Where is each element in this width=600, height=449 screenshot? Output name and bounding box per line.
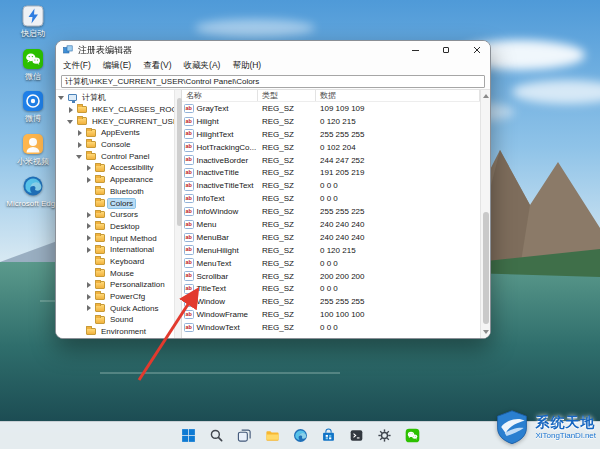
address-input[interactable]: 计算机\HKEY_CURRENT_USER\Control Panel\Colo… bbox=[61, 75, 485, 88]
value-data: 109 109 109 bbox=[316, 104, 480, 113]
menu-item[interactable]: 收藏夹(A) bbox=[184, 60, 221, 72]
chevron-spacer bbox=[85, 187, 92, 195]
chevron-down-icon[interactable] bbox=[76, 152, 83, 160]
tree-item-accessibility[interactable]: Accessibility bbox=[56, 162, 174, 174]
registry-value-row[interactable]: abInactiveTitleREG_SZ191 205 219 bbox=[182, 166, 480, 179]
chevron-right-icon[interactable] bbox=[85, 304, 92, 312]
column-header-type[interactable]: 类型 bbox=[258, 90, 316, 101]
value-name-cell: abGrayText bbox=[182, 104, 258, 114]
tree-item-control-panel[interactable]: Control Panel bbox=[56, 150, 174, 162]
tree-item-hkey-current-user[interactable]: HKEY_CURRENT_USER bbox=[56, 115, 174, 127]
chevron-right-icon[interactable] bbox=[85, 246, 92, 254]
menu-item[interactable]: 查看(V) bbox=[143, 60, 171, 72]
tree-item-international[interactable]: International bbox=[56, 244, 174, 256]
registry-value-row[interactable]: abWindowREG_SZ255 255 255 bbox=[182, 295, 480, 308]
tree-item-appearance[interactable]: Appearance bbox=[56, 174, 174, 186]
taskbar-file-explorer-icon[interactable] bbox=[261, 424, 284, 447]
tree-item-powercfg[interactable]: PowerCfg bbox=[56, 291, 174, 303]
tree-item-colors[interactable]: Colors bbox=[56, 197, 174, 209]
tree-item-input-method[interactable]: Input Method bbox=[56, 232, 174, 244]
chevron-right-icon[interactable] bbox=[85, 176, 92, 184]
terminal-icon bbox=[349, 428, 364, 443]
tree-scrollbar[interactable] bbox=[174, 90, 182, 338]
chevron-spacer bbox=[85, 269, 92, 277]
menu-item[interactable]: 编辑(E) bbox=[103, 60, 131, 72]
search-icon bbox=[209, 428, 224, 443]
registry-value-row[interactable]: abWindowTextREG_SZ0 0 0 bbox=[182, 321, 480, 334]
desktop-icon[interactable]: 快启动 bbox=[2, 5, 64, 39]
tree-item-personalization[interactable]: Personalization bbox=[56, 279, 174, 291]
taskbar-store-icon[interactable] bbox=[317, 424, 340, 447]
column-header-name[interactable]: 名称 bbox=[182, 90, 258, 101]
registry-value-row[interactable]: abMenuREG_SZ240 240 240 bbox=[182, 218, 480, 231]
registry-value-row[interactable]: abGrayTextREG_SZ109 109 109 bbox=[182, 102, 480, 115]
taskbar-search-icon[interactable] bbox=[205, 424, 228, 447]
reg-sz-icon: ab bbox=[184, 168, 194, 178]
list-scrollbar-thumb[interactable] bbox=[483, 212, 489, 324]
tree-item-appevents[interactable]: AppEvents bbox=[56, 127, 174, 139]
menu-item[interactable]: 帮助(H) bbox=[232, 60, 261, 72]
registry-value-row[interactable]: abMenuBarREG_SZ240 240 240 bbox=[182, 231, 480, 244]
registry-value-row[interactable]: abInactiveBorderREG_SZ244 247 252 bbox=[182, 154, 480, 167]
list-scrollbar[interactable] bbox=[480, 90, 490, 338]
registry-value-row[interactable]: abHilightREG_SZ0 120 215 bbox=[182, 115, 480, 128]
value-data: 0 120 215 bbox=[316, 117, 480, 126]
taskbar-terminal-icon[interactable] bbox=[345, 424, 368, 447]
tree-item-hkey-classes-root[interactable]: HKEY_CLASSES_ROOT bbox=[56, 104, 174, 116]
registry-value-row[interactable]: abTitleTextREG_SZ0 0 0 bbox=[182, 282, 480, 295]
registry-value-row[interactable]: abInactiveTitleTextREG_SZ0 0 0 bbox=[182, 179, 480, 192]
title-bar[interactable]: 注册表编辑器 bbox=[56, 41, 490, 59]
taskbar-settings-icon[interactable] bbox=[373, 424, 396, 447]
registry-value-row[interactable]: abScrollbarREG_SZ200 200 200 bbox=[182, 270, 480, 283]
chevron-right-icon[interactable] bbox=[76, 141, 83, 149]
taskbar-start-icon[interactable] bbox=[177, 424, 200, 447]
value-data: 244 247 252 bbox=[316, 156, 480, 165]
minimize-button[interactable] bbox=[402, 41, 428, 59]
value-name-cell: abWindow bbox=[182, 297, 258, 307]
chevron-right-icon[interactable] bbox=[76, 129, 83, 137]
tree-item-cursors[interactable]: Cursors bbox=[56, 209, 174, 221]
taskbar-task-view-icon[interactable] bbox=[233, 424, 256, 447]
taskbar-wechat-icon[interactable] bbox=[401, 424, 424, 447]
maximize-button[interactable] bbox=[433, 41, 459, 59]
registry-value-row[interactable]: abInfoTextREG_SZ0 0 0 bbox=[182, 192, 480, 205]
tree-item-bluetooth[interactable]: Bluetooth bbox=[56, 186, 174, 198]
scroll-down-icon[interactable] bbox=[483, 330, 489, 334]
registry-value-row[interactable]: abWindowFrameREG_SZ100 100 100 bbox=[182, 308, 480, 321]
chevron-right-icon[interactable] bbox=[85, 164, 92, 172]
taskbar-edge-icon[interactable] bbox=[289, 424, 312, 447]
tree-item-sound[interactable]: Sound bbox=[56, 314, 174, 326]
tree-item-label: Bluetooth bbox=[108, 187, 146, 196]
chevron-right-icon[interactable] bbox=[85, 211, 92, 219]
chevron-right-icon[interactable] bbox=[85, 281, 92, 289]
registry-value-row[interactable]: abInfoWindowREG_SZ255 255 225 bbox=[182, 205, 480, 218]
tree-item-quick-actions[interactable]: Quick Actions bbox=[56, 302, 174, 314]
chevron-right-icon[interactable] bbox=[85, 234, 92, 242]
value-name-cell: abMenuText bbox=[182, 258, 258, 268]
scroll-up-icon[interactable] bbox=[483, 94, 489, 98]
value-name-cell: abHilight bbox=[182, 117, 258, 127]
tree-item-environment[interactable]: Environment bbox=[56, 326, 174, 338]
chevron-right-icon[interactable] bbox=[85, 222, 92, 230]
value-data: 255 255 225 bbox=[316, 207, 480, 216]
column-header-data[interactable]: 数据 bbox=[316, 90, 480, 101]
chevron-down-icon[interactable] bbox=[67, 117, 74, 125]
close-button[interactable] bbox=[464, 41, 490, 59]
tree-item-label: 计算机 bbox=[80, 92, 108, 103]
tree-item-mouse[interactable]: Mouse bbox=[56, 267, 174, 279]
chevron-down-icon[interactable] bbox=[58, 94, 65, 102]
tree-item-console[interactable]: Console bbox=[56, 139, 174, 151]
folder-icon bbox=[95, 234, 105, 242]
menu-item[interactable]: 文件(F) bbox=[63, 60, 91, 72]
registry-value-row[interactable]: abHotTrackingCo...REG_SZ0 102 204 bbox=[182, 141, 480, 154]
tree-scrollbar-thumb[interactable] bbox=[177, 98, 182, 226]
chevron-right-icon[interactable] bbox=[85, 293, 92, 301]
registry-value-row[interactable]: abHilightTextREG_SZ255 255 255 bbox=[182, 128, 480, 141]
registry-value-row[interactable]: abMenuHilightREG_SZ0 120 215 bbox=[182, 244, 480, 257]
chevron-right-icon[interactable] bbox=[67, 106, 74, 114]
tree-item-node[interactable]: 计算机 bbox=[56, 92, 174, 104]
tree-item-keyboard[interactable]: Keyboard bbox=[56, 256, 174, 268]
chevron-spacer bbox=[85, 257, 92, 265]
registry-value-row[interactable]: abMenuTextREG_SZ0 0 0 bbox=[182, 257, 480, 270]
tree-item-desktop[interactable]: Desktop bbox=[56, 221, 174, 233]
